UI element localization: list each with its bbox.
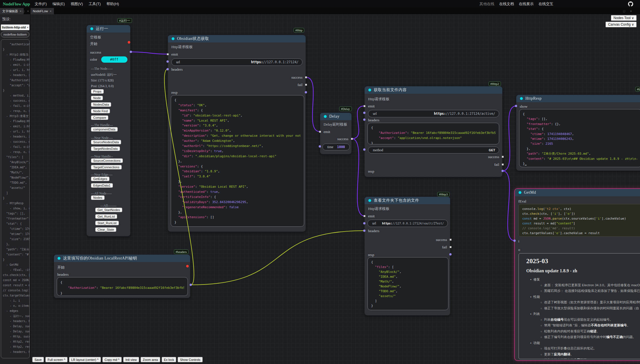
toolbar-button[interactable]: Show Controls xyxy=(178,357,203,362)
json-editor[interactable]: { "status": "OK", "manifest": { "id": "o… xyxy=(171,95,304,227)
handle-square[interactable] xyxy=(167,53,169,55)
handle-dot[interactable] xyxy=(363,118,365,121)
handle-square[interactable] xyxy=(305,84,307,86)
toolbar-button[interactable]: Zoom area xyxy=(141,357,160,362)
flow-canvas[interactable]: 运行一空模板开始successcolor#0ff---The Node-----… xyxy=(31,14,640,364)
handle-dot[interactable] xyxy=(363,222,365,224)
node-button[interactable]: Start_RunList xyxy=(95,221,119,225)
handle-square[interactable] xyxy=(305,76,307,78)
node-button[interactable]: TargetConnections xyxy=(91,165,122,169)
node-title-bar[interactable]: 运行一 xyxy=(87,25,130,32)
node-title-bar[interactable]: Obsidian状态获取 xyxy=(168,35,306,42)
toolbar-button[interactable]: Init view xyxy=(123,357,139,362)
node-button[interactable]: Clear_State xyxy=(95,227,116,232)
json-editor[interactable]: { "Authorization": "Bearer 16fabcf89804e… xyxy=(367,123,499,144)
handle-dot[interactable] xyxy=(501,170,504,172)
menu-item[interactable]: 帮助(H) xyxy=(106,1,119,7)
toolbar-button[interactable]: Save xyxy=(32,357,44,362)
menu-link[interactable]: 在线文档 xyxy=(499,1,514,7)
github-icon[interactable] xyxy=(628,1,633,7)
field-time[interactable]: time1000 xyxy=(322,144,350,150)
canvas-close-icon[interactable]: × xyxy=(630,9,632,13)
handle-dot[interactable] xyxy=(305,91,307,93)
tab-text-editor[interactable]: 文字编辑器× xyxy=(0,8,24,14)
top-tool-button[interactable]: Nodes Tool ∨ xyxy=(611,15,637,21)
handle-square[interactable] xyxy=(450,246,452,248)
menu-item[interactable]: 文件(F) xyxy=(34,1,47,7)
handle-dot[interactable] xyxy=(449,253,452,255)
preset-dropdown[interactable]: listitem-http-old ▾ xyxy=(1,24,29,30)
handle-dot[interactable] xyxy=(190,284,192,286)
node-button[interactable]: SourceNodesData xyxy=(91,140,121,144)
handle-dot[interactable] xyxy=(363,230,365,232)
node-button[interactable]: Node xyxy=(91,96,103,100)
node-button[interactable]: Get_StartNodes xyxy=(95,208,122,212)
handle-dot[interactable] xyxy=(363,148,365,151)
node-button[interactable]: Nodes xyxy=(91,195,105,200)
toolbar-button[interactable]: LR layout (center) ^ xyxy=(69,357,101,362)
node-runner[interactable]: 运行一空模板开始successcolor#0ff---The Node-----… xyxy=(86,25,131,236)
toolbar-button[interactable]: Full screen ^ xyxy=(45,357,68,362)
handle-square[interactable] xyxy=(351,138,353,140)
handle-dot[interactable] xyxy=(319,145,321,148)
node-getmd[interactable]: GetMdfEvalconsole.log('t2 ctx', ctx)ctx.… xyxy=(515,189,640,361)
handle-dot[interactable] xyxy=(515,105,517,107)
node-button[interactable]: Props xyxy=(91,89,104,94)
panel-maximize-icon[interactable]: □ xyxy=(23,9,25,13)
node-button[interactable]: NodesData xyxy=(91,102,111,107)
json-editor[interactable]: { "tags": [], "frontmatter": {}, "stat":… xyxy=(519,109,640,167)
node-headers[interactable]: 这里填写你的Obsidian LocalRestAPI秘钥开始headers{ … xyxy=(54,254,190,298)
json-editor[interactable]: { "Authorization": "Bearer 16fabcf89804e… xyxy=(57,277,188,296)
node-title-bar[interactable]: 查看文件夹下包含的文件 xyxy=(365,197,450,204)
handle-dot[interactable] xyxy=(166,68,169,70)
handle-square[interactable] xyxy=(502,163,504,165)
canvas-maximize-icon[interactable]: □ xyxy=(623,9,625,13)
code-editor[interactable]: console.log('t2 ctx', ctx)ctx.check(ctx,… xyxy=(519,204,640,237)
tab-nodeflow[interactable]: NodeFLow× xyxy=(31,8,54,14)
handle-dot[interactable] xyxy=(166,60,169,63)
node-button[interactable]: GetEdges xyxy=(91,177,109,181)
menu-item[interactable]: 编辑(E) xyxy=(52,1,65,7)
handle-square[interactable] xyxy=(363,105,365,107)
node-button[interactable]: EdgesData1 xyxy=(91,183,113,188)
color-swatch-input[interactable]: #0ff xyxy=(101,56,127,63)
handle-square[interactable] xyxy=(363,215,365,217)
node-button[interactable]: SourceConnections xyxy=(91,158,123,163)
node-title-bar[interactable]: 这里填写你的Obsidian LocalRestAPI秘钥 xyxy=(54,255,190,262)
node-button[interactable]: componentData xyxy=(91,127,118,132)
handle-square[interactable] xyxy=(502,156,504,158)
node-button[interactable]: Compare xyxy=(91,115,108,120)
menu-item[interactable]: 视图(V) xyxy=(70,1,83,7)
node-http[interactable]: Obsidian状态获取Http请求模板emiturlhttps://127.0… xyxy=(168,35,306,232)
handle-dot[interactable] xyxy=(513,240,516,242)
top-tool-button[interactable]: Canvas Config ∨ xyxy=(606,22,637,27)
field-url[interactable]: urlhttps://127.0.0.1:27124/vault/ZTest/ xyxy=(367,220,448,227)
handle-start[interactable] xyxy=(186,265,189,267)
node-delay[interactable]: DelayDelay延时模板emitsuccesstime1000 xyxy=(320,113,352,154)
node-button[interactable]: Get_RunList xyxy=(95,214,117,219)
menu-link[interactable]: 在线展示 xyxy=(519,1,534,7)
yaml-editor[interactable]: "authenticated} - Http2:获取当 - FlowReq:Ht… xyxy=(1,39,30,358)
node-http2[interactable]: 获取当前文件内容Http请求模板emiturlhttps://127.0.0.1… xyxy=(364,86,503,177)
menu-link[interactable]: 其他在线 xyxy=(480,1,494,7)
node-http3[interactable]: 查看文件夹下包含的文件Http请求模板emiturlhttps://127.0.… xyxy=(364,197,450,316)
panel-close-icon[interactable]: × xyxy=(27,9,29,13)
field-method[interactable]: methodGET xyxy=(368,147,499,154)
menu-item[interactable]: 工具(T) xyxy=(89,1,101,7)
node-title-bar[interactable]: Delay xyxy=(320,113,352,120)
toolbar-button[interactable]: Ex lock xyxy=(162,357,176,362)
node-button[interactable]: Node Find xyxy=(91,109,110,113)
handle-square[interactable] xyxy=(450,239,452,241)
menu-link[interactable]: 在线交互 xyxy=(539,1,553,7)
node-button[interactable]: TargetNodesData xyxy=(91,146,120,151)
handle-start[interactable] xyxy=(128,41,130,44)
node-title-bar[interactable]: HttpResp xyxy=(516,95,640,102)
field-url[interactable]: urlhttps://127.0.0.1:27124/active/ xyxy=(368,110,499,117)
preset-pill[interactable]: nodeflow-listitem xyxy=(1,32,29,37)
handle-dot[interactable] xyxy=(130,51,132,53)
toolbar-button[interactable]: Copy md ^ xyxy=(102,357,122,362)
field-url[interactable]: urlhttps://127.0.0.1:27124/ xyxy=(171,58,302,66)
node-title-bar[interactable]: 获取当前文件内容 xyxy=(365,86,502,94)
handle-dot[interactable] xyxy=(363,112,365,114)
json-editor[interactable]: { "files": [ "AnyBlock/", "IDEA.md", "Ma… xyxy=(367,257,448,310)
